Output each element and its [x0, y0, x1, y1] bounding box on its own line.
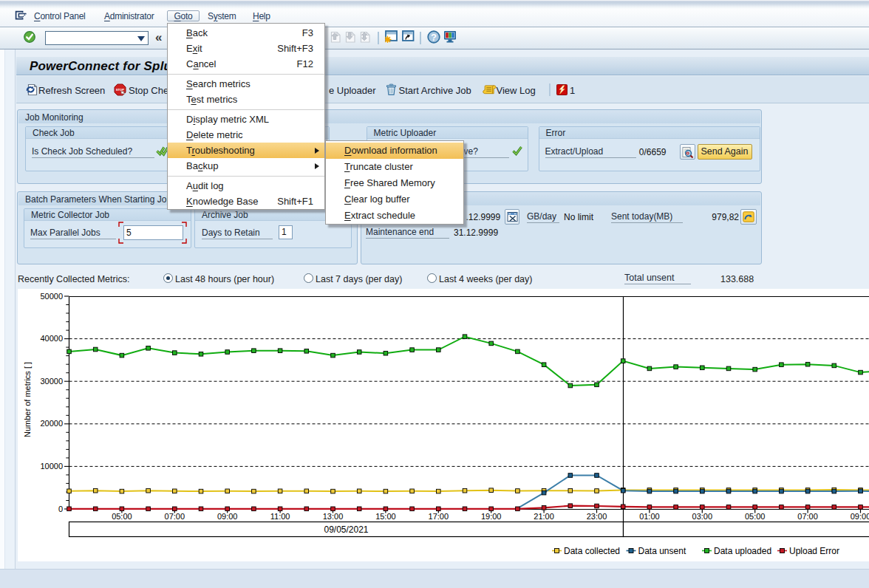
svg-text:11:00: 11:00	[270, 512, 290, 521]
svg-text:STOP: STOP	[116, 88, 125, 92]
svg-text:03:00: 03:00	[692, 512, 713, 521]
svg-text:23:00: 23:00	[587, 512, 607, 521]
svg-text:10000: 10000	[40, 462, 63, 471]
svg-text:30000: 30000	[40, 377, 63, 386]
svg-text:Data unsent: Data unsent	[638, 546, 686, 556]
svg-text:09:00: 09:00	[217, 512, 238, 521]
svg-text:01:00: 01:00	[639, 512, 660, 521]
svg-text:15:00: 15:00	[375, 512, 396, 521]
svg-text:13:00: 13:00	[323, 512, 344, 521]
svg-text:05:00: 05:00	[112, 512, 132, 521]
svg-text:09/05/2021: 09/05/2021	[324, 524, 368, 535]
svg-text:05:00: 05:00	[745, 512, 766, 521]
svg-text:50000: 50000	[40, 292, 63, 301]
svg-text:Data collected: Data collected	[564, 546, 620, 556]
svg-text:19:00: 19:00	[481, 512, 502, 521]
svg-text:09:00: 09:00	[851, 512, 869, 521]
svg-text:07:00: 07:00	[797, 512, 818, 521]
svg-text:40000: 40000	[40, 334, 63, 343]
svg-text:Upload Error: Upload Error	[789, 546, 839, 556]
svg-text:20000: 20000	[40, 419, 63, 428]
svg-text:Number of metrics [ ]: Number of metrics [ ]	[23, 362, 32, 437]
svg-text:Data uploaded: Data uploaded	[714, 546, 771, 556]
svg-text:17:00: 17:00	[429, 512, 449, 521]
svg-text:0: 0	[58, 505, 63, 513]
svg-text:21:00: 21:00	[534, 512, 554, 521]
svg-text:07:00: 07:00	[165, 512, 185, 521]
svg-text:?: ?	[431, 32, 437, 43]
